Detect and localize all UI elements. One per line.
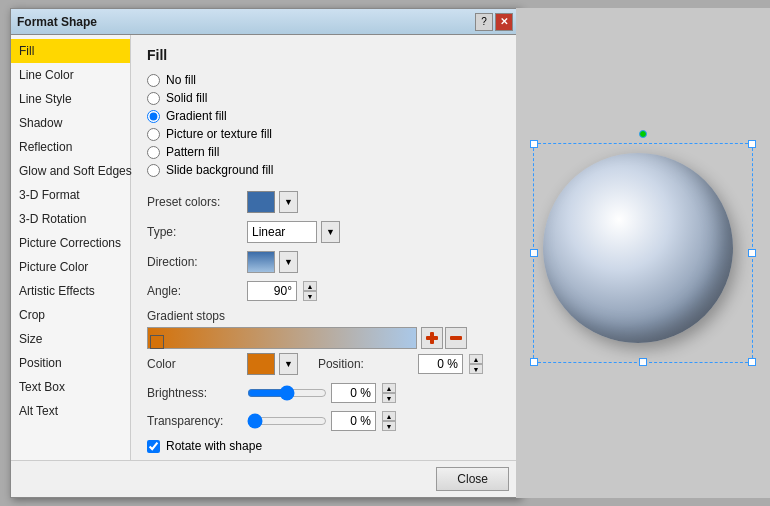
color-dropdown[interactable]: ▼ — [279, 353, 298, 375]
handle-bot-right[interactable] — [748, 358, 756, 366]
picture-fill-option[interactable]: Picture or texture fill — [147, 127, 503, 141]
no-fill-label: No fill — [166, 73, 196, 87]
gradient-track[interactable] — [147, 327, 417, 349]
slide-fill-option[interactable]: Slide background fill — [147, 163, 503, 177]
close-button[interactable]: Close — [436, 467, 509, 491]
handle-top-left[interactable] — [530, 140, 538, 148]
direction-swatch — [247, 251, 275, 273]
slide-fill-radio[interactable] — [147, 164, 160, 177]
sidebar-item-crop[interactable]: Crop — [11, 303, 130, 327]
title-bar: Format Shape ? ✕ — [11, 9, 519, 35]
section-title: Fill — [147, 47, 503, 63]
sidebar-item-text-box[interactable]: Text Box — [11, 375, 130, 399]
rotate-checkbox[interactable] — [147, 440, 160, 453]
stop-action-buttons — [421, 327, 467, 349]
window-close-button[interactable]: ✕ — [495, 13, 513, 31]
remove-stop-button[interactable] — [445, 327, 467, 349]
pattern-fill-option[interactable]: Pattern fill — [147, 145, 503, 159]
picture-fill-radio[interactable] — [147, 128, 160, 141]
brightness-input[interactable] — [331, 383, 376, 403]
sidebar-item-picture-corrections[interactable]: Picture Corrections — [11, 231, 130, 255]
angle-input[interactable] — [247, 281, 297, 301]
sphere-container — [543, 153, 743, 353]
sidebar-item-alt-text[interactable]: Alt Text — [11, 399, 130, 423]
preset-colors-row: Preset colors: ▼ — [147, 191, 503, 213]
gradient-fill-option[interactable]: Gradient fill — [147, 109, 503, 123]
sidebar-item-3d-rotation[interactable]: 3-D Rotation — [11, 207, 130, 231]
direction-row: Direction: ▼ — [147, 251, 503, 273]
position-spinner: ▲ ▼ — [469, 354, 483, 374]
solid-fill-radio[interactable] — [147, 92, 160, 105]
format-shape-dialog: Format Shape ? ✕ Fill Line Color Line St… — [10, 8, 520, 498]
transparency-up[interactable]: ▲ — [382, 411, 396, 421]
help-button[interactable]: ? — [475, 13, 493, 31]
angle-up[interactable]: ▲ — [303, 281, 317, 291]
main-content: Fill No fill Solid fill Gradient fill — [131, 35, 519, 460]
preset-colors-controls: ▼ — [247, 191, 298, 213]
handle-mid-left[interactable] — [530, 249, 538, 257]
no-fill-radio[interactable] — [147, 74, 160, 87]
sidebar-item-size[interactable]: Size — [11, 327, 130, 351]
direction-dropdown[interactable]: ▼ — [279, 251, 298, 273]
angle-spinner: ▲ ▼ — [303, 281, 317, 301]
type-dropdown[interactable]: ▼ — [321, 221, 340, 243]
dialog-body: Fill Line Color Line Style Shadow Reflec… — [11, 35, 519, 460]
angle-label: Angle: — [147, 284, 247, 298]
handle-bot-center[interactable] — [639, 358, 647, 366]
sidebar-item-picture-color[interactable]: Picture Color — [11, 255, 130, 279]
sidebar-item-artistic-effects[interactable]: Artistic Effects — [11, 279, 130, 303]
handle-top-center[interactable] — [639, 130, 647, 138]
svg-rect-2 — [450, 336, 462, 340]
pattern-fill-label: Pattern fill — [166, 145, 219, 159]
sidebar-item-3d-format[interactable]: 3-D Format — [11, 183, 130, 207]
transparency-down[interactable]: ▼ — [382, 421, 396, 431]
right-panel — [516, 8, 770, 498]
position-up[interactable]: ▲ — [469, 354, 483, 364]
angle-controls: ▲ ▼ — [247, 281, 317, 301]
rotate-row: Rotate with shape — [147, 439, 503, 453]
slide-fill-label: Slide background fill — [166, 163, 273, 177]
add-stop-button[interactable] — [421, 327, 443, 349]
gradient-fill-radio[interactable] — [147, 110, 160, 123]
sidebar-item-line-style[interactable]: Line Style — [11, 87, 130, 111]
preset-colors-dropdown[interactable]: ▼ — [279, 191, 298, 213]
type-controls: ▼ — [247, 221, 340, 243]
position-input[interactable] — [418, 354, 463, 374]
brightness-down[interactable]: ▼ — [382, 393, 396, 403]
type-input[interactable] — [247, 221, 317, 243]
transparency-input[interactable] — [331, 411, 376, 431]
solid-fill-option[interactable]: Solid fill — [147, 91, 503, 105]
preset-colors-label: Preset colors: — [147, 195, 247, 209]
gradient-fill-label: Gradient fill — [166, 109, 227, 123]
add-icon — [425, 331, 439, 345]
brightness-up[interactable]: ▲ — [382, 383, 396, 393]
dialog-title: Format Shape — [17, 15, 97, 29]
gradient-stops-label: Gradient stops — [147, 309, 503, 323]
preset-color-swatch — [247, 191, 275, 213]
gradient-stop-left[interactable] — [150, 335, 164, 349]
sidebar-item-fill[interactable]: Fill — [11, 39, 130, 63]
transparency-row: Transparency: ▲ ▼ — [147, 411, 503, 431]
color-swatch[interactable] — [247, 353, 275, 375]
sidebar-item-glow[interactable]: Glow and Soft Edges — [11, 159, 130, 183]
handle-top-right[interactable] — [748, 140, 756, 148]
handle-bot-left[interactable] — [530, 358, 538, 366]
type-label: Type: — [147, 225, 247, 239]
position-down[interactable]: ▼ — [469, 364, 483, 374]
remove-icon — [449, 331, 463, 345]
transparency-slider[interactable] — [247, 413, 327, 429]
sidebar-item-reflection[interactable]: Reflection — [11, 135, 130, 159]
direction-controls: ▼ — [247, 251, 298, 273]
brightness-slider[interactable] — [247, 385, 327, 401]
pattern-fill-radio[interactable] — [147, 146, 160, 159]
color-controls: ▼ — [247, 353, 298, 375]
sidebar-item-line-color[interactable]: Line Color — [11, 63, 130, 87]
brightness-spinner: ▲ ▼ — [382, 383, 396, 403]
direction-label: Direction: — [147, 255, 247, 269]
angle-down[interactable]: ▼ — [303, 291, 317, 301]
no-fill-option[interactable]: No fill — [147, 73, 503, 87]
type-row: Type: ▼ — [147, 221, 503, 243]
sidebar-item-shadow[interactable]: Shadow — [11, 111, 130, 135]
handle-mid-right[interactable] — [748, 249, 756, 257]
sidebar-item-position[interactable]: Position — [11, 351, 130, 375]
